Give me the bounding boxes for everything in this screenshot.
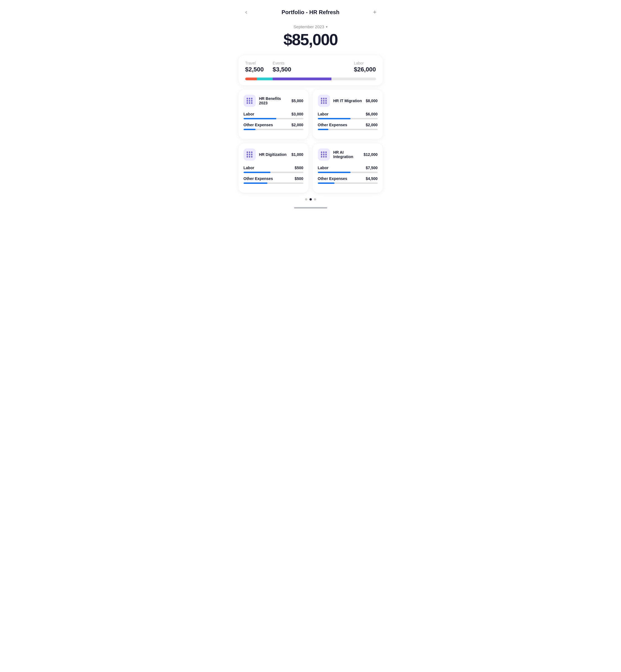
add-button[interactable]: + bbox=[369, 7, 380, 18]
expense-row-2-0: Labor$500 bbox=[244, 166, 303, 173]
expense-row-0-1: Other Expenses$2,000 bbox=[244, 123, 303, 130]
date-selector[interactable]: September 2023 ▾ bbox=[233, 25, 388, 29]
expense-value-3-0: $7,500 bbox=[366, 166, 378, 170]
project-name-0: HR Benefits 2023 bbox=[259, 96, 288, 105]
back-button[interactable]: ‹ bbox=[241, 7, 252, 18]
expense-row-3-1: Other Expenses$4,500 bbox=[318, 176, 378, 184]
expense-value-1-1: $2,000 bbox=[366, 123, 378, 127]
page-dot-2[interactable] bbox=[314, 198, 316, 200]
expense-bar-fill-3-0 bbox=[318, 172, 351, 173]
expense-bar-fill-3-1 bbox=[318, 182, 334, 184]
project-icon-1 bbox=[318, 95, 330, 107]
events-value: $3,500 bbox=[273, 66, 291, 73]
expense-label-3-0: Labor bbox=[318, 166, 329, 170]
project-card-1[interactable]: HR IT Migration$8,000Labor$6,000Other Ex… bbox=[313, 90, 383, 139]
project-header-1: HR IT Migration$8,000 bbox=[318, 95, 378, 107]
expense-label-0-1: Other Expenses bbox=[244, 123, 273, 127]
expense-label-3-1: Other Expenses bbox=[318, 176, 347, 181]
summary-items: Travel $2,500 Events $3,500 Labor $26,00… bbox=[245, 61, 376, 73]
project-icon-3 bbox=[318, 148, 330, 161]
expense-bar-track-1-0 bbox=[318, 118, 378, 119]
expense-bar-track-0-0 bbox=[244, 118, 303, 119]
project-card-3[interactable]: HR AI Integration$12,000Labor$7,500Other… bbox=[313, 143, 383, 193]
project-header-2: HR Digitization$1,000 bbox=[244, 148, 303, 161]
home-bar bbox=[294, 207, 327, 209]
expense-row-header-3-0: Labor$7,500 bbox=[318, 166, 378, 170]
expense-bar-fill-0-1 bbox=[244, 129, 255, 130]
labor-value: $26,000 bbox=[354, 66, 376, 73]
expense-bar-fill-0-0 bbox=[244, 118, 277, 119]
project-card-0[interactable]: HR Benefits 2023$5,000Labor$3,000Other E… bbox=[239, 90, 308, 139]
expense-value-2-0: $500 bbox=[295, 166, 303, 170]
expense-row-header-1-0: Labor$6,000 bbox=[318, 112, 378, 116]
events-summary: Events $3,500 bbox=[273, 61, 291, 73]
expense-row-3-0: Labor$7,500 bbox=[318, 166, 378, 173]
expense-row-1-1: Other Expenses$2,000 bbox=[318, 123, 378, 130]
expense-label-1-0: Labor bbox=[318, 112, 329, 116]
travel-summary: Travel $2,500 bbox=[245, 61, 264, 73]
expense-row-header-0-0: Labor$3,000 bbox=[244, 112, 303, 116]
events-label: Events bbox=[273, 61, 291, 65]
project-icon-2 bbox=[244, 148, 256, 161]
expense-bar-track-3-0 bbox=[318, 172, 378, 173]
expense-value-0-0: $3,000 bbox=[292, 112, 303, 116]
total-amount: $85,000 bbox=[233, 30, 388, 49]
expense-bar-fill-1-0 bbox=[318, 118, 351, 119]
project-total-2: $1,000 bbox=[292, 152, 303, 157]
page-title: Portfolio - HR Refresh bbox=[282, 9, 339, 15]
travel-value: $2,500 bbox=[245, 66, 264, 73]
projects-grid: HR Benefits 2023$5,000Labor$3,000Other E… bbox=[233, 90, 388, 193]
expense-bar-fill-2-1 bbox=[244, 182, 267, 184]
project-total-3: $12,000 bbox=[364, 152, 378, 157]
grid-icon bbox=[321, 151, 327, 158]
labor-summary: Labor $26,000 bbox=[354, 61, 376, 73]
grid-icon bbox=[247, 98, 253, 104]
project-total-1: $8,000 bbox=[366, 99, 378, 103]
project-name-2: HR Digitization bbox=[259, 152, 288, 157]
travel-label: Travel bbox=[245, 61, 264, 65]
grid-icon bbox=[247, 151, 253, 158]
page-dot-1[interactable] bbox=[309, 198, 312, 200]
pagination-dots bbox=[233, 198, 388, 200]
project-name-3: HR AI Integration bbox=[333, 150, 360, 159]
expense-row-header-2-0: Labor$500 bbox=[244, 166, 303, 170]
header: ‹ Portfolio - HR Refresh + bbox=[233, 0, 388, 22]
expense-value-1-0: $6,000 bbox=[366, 112, 378, 116]
project-card-2[interactable]: HR Digitization$1,000Labor$500Other Expe… bbox=[239, 143, 308, 193]
expense-bar-track-0-1 bbox=[244, 129, 303, 130]
expense-bar-fill-1-1 bbox=[318, 129, 329, 130]
summary-card: Travel $2,500 Events $3,500 Labor $26,00… bbox=[239, 55, 383, 85]
expense-row-header-1-1: Other Expenses$2,000 bbox=[318, 123, 378, 127]
labor-label: Labor bbox=[354, 61, 376, 65]
grid-icon bbox=[321, 98, 327, 104]
project-name-1: HR IT Migration bbox=[333, 99, 363, 103]
expense-value-0-1: $2,000 bbox=[292, 123, 303, 127]
project-total-0: $5,000 bbox=[292, 99, 303, 103]
chevron-down-icon: ▾ bbox=[326, 25, 328, 29]
summary-progress-bar bbox=[245, 78, 376, 80]
date-label-text: September 2023 bbox=[293, 25, 324, 29]
project-icon-0 bbox=[244, 95, 256, 107]
expense-bar-fill-2-0 bbox=[244, 172, 271, 173]
date-section: September 2023 ▾ $85,000 bbox=[233, 25, 388, 49]
expense-bar-track-3-1 bbox=[318, 182, 378, 184]
expense-row-header-2-1: Other Expenses$500 bbox=[244, 176, 303, 181]
expense-bar-track-1-1 bbox=[318, 129, 378, 130]
expense-bar-track-2-0 bbox=[244, 172, 303, 173]
expense-row-0-0: Labor$3,000 bbox=[244, 112, 303, 119]
expense-label-2-0: Labor bbox=[244, 166, 254, 170]
expense-row-header-3-1: Other Expenses$4,500 bbox=[318, 176, 378, 181]
expense-row-1-0: Labor$6,000 bbox=[318, 112, 378, 119]
expense-label-0-0: Labor bbox=[244, 112, 254, 116]
project-header-0: HR Benefits 2023$5,000 bbox=[244, 95, 303, 107]
expense-row-header-0-1: Other Expenses$2,000 bbox=[244, 123, 303, 127]
expense-label-2-1: Other Expenses bbox=[244, 176, 273, 181]
expense-label-1-1: Other Expenses bbox=[318, 123, 347, 127]
page-dot-0[interactable] bbox=[305, 198, 307, 200]
expense-bar-track-2-1 bbox=[244, 182, 303, 184]
expense-value-3-1: $4,500 bbox=[366, 176, 378, 181]
project-header-3: HR AI Integration$12,000 bbox=[318, 148, 378, 161]
expense-value-2-1: $500 bbox=[295, 176, 303, 181]
expense-row-2-1: Other Expenses$500 bbox=[244, 176, 303, 184]
